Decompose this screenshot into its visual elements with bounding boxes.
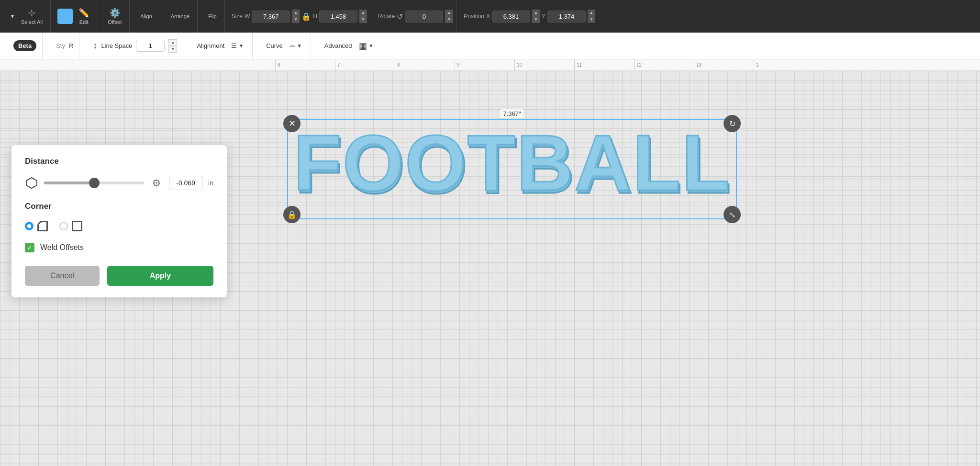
- svg-marker-0: [26, 178, 37, 188]
- align-dropdown-arrow: ▼: [239, 43, 244, 48]
- rotate-icon: ↺: [397, 12, 403, 21]
- radio-inner: [27, 224, 31, 228]
- football-text-container: FOOTBALL FOOTBALL: [292, 124, 732, 203]
- height-spinner[interactable]: ▲ ▼: [359, 10, 367, 23]
- alignment-label: Alignment: [197, 42, 224, 49]
- height-up[interactable]: ▲: [359, 10, 367, 16]
- toolbar-dropdown[interactable]: ▼: [10, 13, 15, 20]
- hex-icon: [25, 176, 38, 190]
- size-lock-icon[interactable]: 🔒: [301, 12, 311, 21]
- distance-title: Distance: [25, 157, 213, 166]
- linespace-spinner[interactable]: ▲ ▼: [168, 39, 177, 53]
- width-spinner[interactable]: ▲ ▼: [292, 10, 300, 23]
- toolbar-section-position: Position X ▲ ▼ Y ▲ ▼: [460, 0, 599, 33]
- height-down[interactable]: ▼: [359, 16, 367, 23]
- linespace-input[interactable]: [136, 40, 165, 52]
- distance-input[interactable]: [169, 176, 202, 190]
- pos-y-down[interactable]: ▼: [588, 16, 595, 23]
- rotate-up[interactable]: ▲: [445, 10, 453, 16]
- text-toolbar-style: Sty R: [50, 33, 79, 59]
- curve-dropdown-arrow: ▼: [297, 43, 302, 48]
- ruler-mark-10: 10: [514, 59, 574, 71]
- pos-x-down[interactable]: ▼: [532, 16, 540, 23]
- ruler-mark-6: 6: [275, 59, 335, 71]
- linespace-label: Line Space: [101, 42, 132, 49]
- arrange-label: Arrange: [171, 13, 189, 19]
- flip-button[interactable]: Flip: [204, 11, 221, 21]
- height-label: H: [313, 13, 317, 20]
- beta-badge: Beta: [13, 40, 36, 51]
- pos-x-spinner[interactable]: ▲ ▼: [532, 10, 540, 23]
- distance-slider[interactable]: [44, 182, 144, 184]
- canvas-area[interactable]: 7.367" ✕ ↻ 🔒 ⤡ FOOTBALL FOOTBALL Distanc…: [0, 71, 980, 466]
- offset-icon: ⚙️: [110, 8, 120, 18]
- pos-y-up[interactable]: ▲: [588, 10, 595, 16]
- advanced-icon: ▦: [359, 41, 367, 51]
- flip-label: Flip: [208, 13, 217, 19]
- arrange-button[interactable]: Arrange: [167, 11, 193, 21]
- align-button[interactable]: Align: [136, 11, 156, 21]
- corner-rounded-option[interactable]: [25, 221, 48, 231]
- width-label: W: [245, 13, 250, 20]
- offset-button[interactable]: ⚙️ Offset: [104, 6, 125, 27]
- width-input[interactable]: [252, 11, 290, 23]
- pos-x-up[interactable]: ▲: [532, 10, 540, 16]
- style-value: R: [69, 42, 73, 49]
- ruler-mark-1: 1: [754, 59, 813, 71]
- corner-square-option[interactable]: [59, 221, 82, 231]
- width-down[interactable]: ▼: [292, 16, 300, 23]
- dropdown-arrow: ▼: [10, 13, 15, 20]
- curve-dropdown[interactable]: ⌢ ▼: [287, 39, 305, 53]
- curve-icon: ⌢: [290, 41, 295, 51]
- corner-row: Corner: [25, 202, 213, 231]
- lock-icon: 🔒: [287, 210, 297, 219]
- edit-button[interactable]: ✏️ Edit: [75, 6, 93, 27]
- rotate-input[interactable]: [405, 11, 443, 23]
- slider-fill: [44, 182, 94, 184]
- ruler-mark-13: 13: [694, 59, 754, 71]
- ruler: 6 7 8 9 10 11 12 13 1: [0, 59, 980, 71]
- pos-y-spinner[interactable]: ▲ ▼: [588, 10, 595, 23]
- corner-square-radio[interactable]: [59, 222, 68, 230]
- text-toolbar-beta: Beta: [8, 33, 43, 59]
- width-up[interactable]: ▲: [292, 10, 300, 16]
- rotate-spinner[interactable]: ▲ ▼: [445, 10, 453, 23]
- width-group: W ▲ ▼: [245, 10, 300, 23]
- pos-x-group: X ▲ ▼: [486, 10, 540, 23]
- rotate-down[interactable]: ▼: [445, 16, 453, 23]
- advanced-dropdown-arrow: ▼: [369, 43, 374, 48]
- pos-x-input[interactable]: [492, 11, 530, 23]
- ruler-mark-11: 11: [574, 59, 634, 71]
- edit-icon: ✏️: [78, 8, 89, 18]
- toolbar-section-align: Align: [133, 0, 160, 33]
- advanced-dropdown[interactable]: ▦ ▼: [356, 39, 377, 53]
- cancel-button[interactable]: Cancel: [25, 266, 100, 286]
- corner-rounded-radio[interactable]: [25, 222, 33, 230]
- distance-unit: in: [208, 179, 213, 187]
- corner-options: [25, 221, 213, 231]
- linespace-icon: ↕: [93, 41, 97, 51]
- linespace-down[interactable]: ▼: [168, 46, 177, 53]
- offset-dialog: Distance ⚙ in Corner: [11, 145, 227, 297]
- text-element[interactable]: 7.367" ✕ ↻ 🔒 ⤡ FOOTBALL FOOTBALL: [292, 124, 732, 215]
- ruler-mark-12: 12: [634, 59, 694, 71]
- slider-thumb[interactable]: [89, 178, 100, 188]
- edit-label: Edit: [79, 19, 89, 25]
- weld-checkbox[interactable]: ✓: [25, 243, 34, 252]
- apply-button[interactable]: Apply: [107, 266, 213, 286]
- height-input[interactable]: [319, 11, 357, 23]
- color-swatch[interactable]: [57, 9, 73, 24]
- corner-title: Corner: [25, 202, 213, 211]
- dialog-buttons: Cancel Apply: [25, 266, 213, 286]
- text-toolbar-advanced: Advanced ▦ ▼: [319, 33, 382, 59]
- advanced-label: Advanced: [324, 42, 352, 49]
- ruler-mark-8: 8: [395, 59, 455, 71]
- linespace-up[interactable]: ▲: [168, 39, 177, 46]
- alignment-dropdown[interactable]: ☰ ▼: [228, 40, 246, 51]
- size-label: Size: [232, 13, 243, 20]
- toolbar-section-offset: ⚙️ Offset: [100, 0, 130, 33]
- pos-y-input[interactable]: [547, 11, 586, 23]
- select-all-button[interactable]: ⊹ Select All: [17, 6, 46, 27]
- text-toolbar-alignment: Alignment ☰ ▼: [191, 33, 253, 59]
- corner-rounded-icon: [37, 221, 48, 231]
